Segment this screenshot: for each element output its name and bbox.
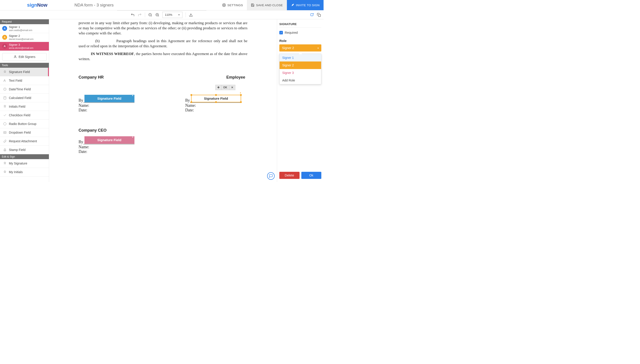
- settings-button[interactable]: SETTINGS: [218, 0, 247, 10]
- undo-button[interactable]: [131, 13, 135, 17]
- panel-title: SIGNATURE: [279, 22, 321, 28]
- role-option-add[interactable]: Add Role: [280, 76, 321, 84]
- column-ceo: Company CEO By Signature Field * Name: D…: [79, 128, 248, 154]
- resize-handle[interactable]: [215, 101, 217, 103]
- resize-handle[interactable]: [190, 101, 192, 103]
- attachment-icon: [3, 140, 7, 143]
- tool-my-signature[interactable]: My Signature: [0, 159, 49, 168]
- move-icon: ✥: [217, 86, 220, 89]
- role-select[interactable]: Signer 2 ▾: [279, 44, 321, 52]
- signer-name: Signer 2: [9, 34, 34, 38]
- tool-initials-field[interactable]: Initials Field: [0, 102, 49, 111]
- signer-row-1[interactable]: Signer 1 sam.watts@email.em: [0, 24, 49, 33]
- field-move-handle[interactable]: ✥: [216, 85, 222, 90]
- required-checkbox[interactable]: ✓: [279, 31, 283, 34]
- tool-request-attachment[interactable]: Request Attachment: [0, 137, 49, 146]
- signature-columns: Company HR By Signature Field * Name:: [79, 75, 248, 112]
- chat-button[interactable]: [267, 172, 275, 180]
- svg-point-18: [4, 122, 6, 125]
- tool-label: Date/Time Field: [9, 88, 31, 91]
- topbar-actions: SETTINGS SAVE AND CLOSE INVITE TO SIGN: [218, 0, 324, 10]
- top-bar: signNow NDA form - 3 signers SETTINGS SA…: [0, 0, 324, 10]
- tool-checkbox-field[interactable]: Checkbox Field: [0, 111, 49, 120]
- zoom-in-button[interactable]: [155, 13, 159, 17]
- tool-signature-field[interactable]: Signature Field: [0, 68, 49, 76]
- role-option-signer2[interactable]: Signer 2: [280, 62, 321, 69]
- svg-point-13: [4, 45, 5, 46]
- ok-button[interactable]: Ok: [301, 172, 322, 179]
- resize-handle[interactable]: [240, 101, 242, 103]
- chevron-down-icon: ▾: [318, 47, 319, 49]
- chevron-down-icon: ▼: [178, 14, 180, 16]
- tool-date-field[interactable]: Date/Time Field: [0, 85, 49, 94]
- sig-field-label: Signature Field: [204, 96, 228, 100]
- label-name: Name:: [79, 145, 248, 149]
- zoom-out-button[interactable]: [148, 13, 152, 17]
- stamp-icon: [3, 148, 7, 152]
- redo-button[interactable]: [138, 13, 142, 17]
- tool-label: Stamp Field: [9, 148, 26, 152]
- column-heading: Company CEO: [79, 128, 248, 133]
- tool-calculated-field[interactable]: Calculated Field: [0, 94, 49, 102]
- svg-point-0: [224, 5, 225, 6]
- resize-handle[interactable]: [190, 94, 192, 96]
- zoom-select[interactable]: 110% ▼: [162, 12, 182, 18]
- resize-handle[interactable]: [240, 94, 242, 96]
- role-option-signer3[interactable]: Signer 3: [280, 69, 321, 76]
- sig-row-by: By Signature Field *: [79, 139, 248, 144]
- signature-block-ceo: By Signature Field * Name: Date:: [79, 139, 248, 154]
- required-row: ✓ Required: [279, 31, 321, 34]
- resize-handle[interactable]: [215, 94, 217, 96]
- edit-signers-button[interactable]: Edit Signers: [2, 53, 47, 60]
- panel-actions: Delete Ok: [279, 170, 321, 179]
- document-content: prevent or in any way limit either party…: [79, 19, 248, 154]
- delete-button[interactable]: Delete: [279, 172, 300, 179]
- toolbar: 110% ▼: [0, 10, 324, 19]
- signer-name: Signer 3: [9, 43, 33, 46]
- svg-rect-19: [4, 132, 6, 134]
- layout-icon[interactable]: [310, 13, 314, 17]
- save-label: SAVE AND CLOSE: [256, 4, 283, 7]
- invite-to-sign-button[interactable]: INVITE TO SIGN: [287, 0, 324, 10]
- svg-point-11: [4, 28, 5, 28]
- toolbar-separator: [185, 12, 186, 17]
- download-button[interactable]: [189, 13, 193, 17]
- sidebar-left: Request Signer 1 sam.watts@email.em Sign…: [0, 19, 49, 182]
- tool-radio-button[interactable]: Radio Button Group: [0, 120, 49, 128]
- field-close-button[interactable]: ✕: [229, 85, 235, 90]
- logo-now: Now: [37, 2, 47, 8]
- save-icon: [251, 3, 255, 7]
- paragraph: (h)Paragraph headings used in this Agree…: [79, 38, 248, 49]
- signer-name: Signer 1: [9, 26, 32, 29]
- tool-dropdown-field[interactable]: Dropdown Field: [0, 128, 49, 137]
- tool-my-initials[interactable]: My Initials: [0, 168, 49, 176]
- svg-line-5: [158, 16, 159, 16]
- zoom-value: 110%: [165, 13, 172, 16]
- field-ok-button[interactable]: OK: [222, 85, 229, 90]
- tool-label: Text Field: [9, 79, 22, 82]
- signature-line: Signature Field *: [83, 139, 134, 144]
- sig-field-label: Signature Field: [97, 138, 121, 142]
- copy-icon[interactable]: [317, 13, 321, 17]
- avatar: [2, 44, 7, 48]
- editsign-section-header: Edit & Sign: [0, 154, 49, 159]
- tool-label: Initials Field: [9, 105, 25, 108]
- svg-rect-9: [311, 14, 313, 16]
- document-title[interactable]: NDA form - 3 signers: [74, 3, 218, 8]
- tool-stamp-field[interactable]: Stamp Field: [0, 146, 49, 154]
- tool-label: My Initials: [9, 170, 23, 174]
- signature-field-ceo[interactable]: Signature Field *: [84, 136, 134, 144]
- tool-text-field[interactable]: Text Field: [0, 76, 49, 85]
- svg-point-14: [15, 56, 16, 57]
- label-name: Name:: [79, 103, 185, 108]
- toolbar-center: 110% ▼: [131, 12, 193, 18]
- signature-line: Signature Field *: [83, 98, 134, 103]
- save-and-close-button[interactable]: SAVE AND CLOSE: [247, 0, 287, 10]
- signature-field-employee-selected[interactable]: Signature Field *: [191, 95, 241, 102]
- document-canvas[interactable]: prevent or in any way limit either party…: [49, 19, 277, 182]
- role-option-signer1[interactable]: Signer 1: [280, 54, 321, 62]
- signer-row-3[interactable]: Signer 3 anna.stone@email.em: [0, 42, 49, 51]
- label-by: By: [185, 98, 190, 103]
- signer-row-2[interactable]: Signer 2 daniel.lowe@email.em: [0, 33, 49, 42]
- signature-field-hr[interactable]: Signature Field *: [84, 95, 134, 102]
